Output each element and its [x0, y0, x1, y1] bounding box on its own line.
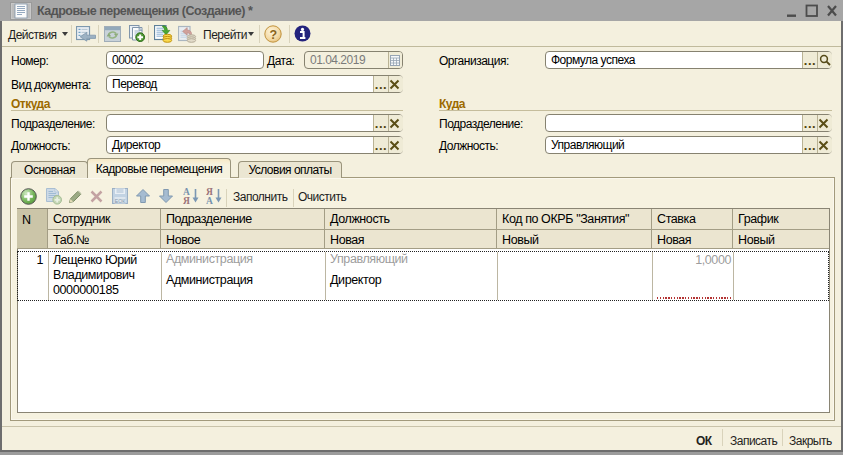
svg-text:ЕОК: ЕОК — [115, 198, 126, 204]
svg-text:Я: Я — [183, 196, 190, 205]
svg-text:А: А — [206, 196, 213, 205]
svg-text:?: ? — [269, 28, 276, 42]
